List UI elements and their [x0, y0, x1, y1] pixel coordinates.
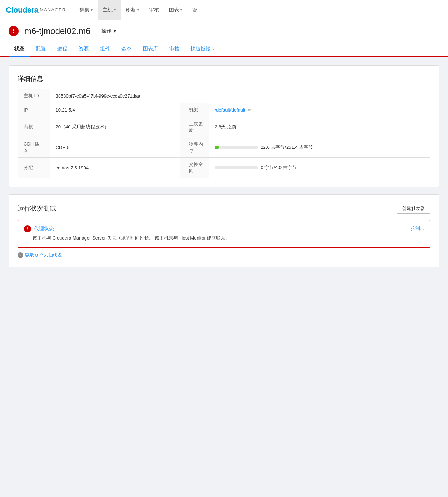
tab-config[interactable]: 配置 [30, 42, 51, 57]
alert-error-icon: ! [24, 225, 31, 232]
nav-item-clusters[interactable]: 群集 ▾ [74, 0, 98, 20]
chevron-down-icon: ▾ [114, 8, 116, 12]
page-title-row: ! m6-tjmodel02.m6 操作 ▾ [9, 26, 439, 41]
page-title: m6-tjmodel02.m6 [24, 26, 90, 36]
nav-item-charts[interactable]: 图表 ▾ [164, 0, 187, 20]
tab-quick-links[interactable]: 快速链接 ▾ [185, 42, 220, 57]
show-more-label: 显示 8 个未知状况 [25, 252, 62, 259]
chevron-down-icon: ▾ [91, 8, 93, 12]
show-more-link[interactable]: ? 显示 8 个未知状况 [18, 252, 430, 259]
value-cores: 20（40 采用超线程技术） [50, 117, 181, 137]
edit-icon[interactable]: ✏ [248, 108, 252, 113]
detail-card: 详细信息 主机 ID 38580bf7-c0a5-47bf-999c-ccca0… [9, 65, 439, 187]
chevron-down-icon: ▾ [212, 47, 214, 51]
nav-item-admin[interactable]: 管 [187, 0, 202, 20]
tab-resources[interactable]: 资源 [73, 42, 94, 57]
tab-components[interactable]: 组件 [94, 42, 116, 57]
swap-progress: 0 字节/4.0 吉字节 [215, 164, 424, 171]
value-last-updated: 2.8天 之前 [209, 117, 430, 137]
logo[interactable]: Cloudera MANAGER [6, 5, 66, 15]
value-ip: 10.21.5.4 [50, 103, 181, 117]
question-icon: ? [18, 252, 23, 258]
nav-item-diagnostics[interactable]: 诊断 ▾ [121, 0, 144, 20]
nav-label-charts: 图表 [169, 7, 179, 13]
error-status-icon: ! [9, 26, 19, 36]
health-alert-description: 该主机与 Cloudera Manager Server 失去联系的时间过长。 … [33, 235, 424, 242]
tab-bar: 状态 配置 进程 资源 组件 命令 图表库 审核 快速链接 ▾ [9, 42, 439, 56]
label-cores: 内核 [18, 117, 50, 137]
swap-value-text: 0 字节/4.0 吉字节 [260, 164, 297, 171]
value-swap: 0 字节/4.0 吉字节 [209, 158, 430, 178]
main-content: 详细信息 主机 ID 38580bf7-c0a5-47bf-999c-ccca0… [0, 57, 448, 283]
label-ip: IP [18, 103, 50, 117]
health-alert-title-row: ! 代理状态 [24, 225, 424, 232]
tab-audit[interactable]: 审核 [164, 42, 185, 57]
nav-label-clusters: 群集 [79, 7, 89, 13]
memory-value-text: 22.6 吉字节/251.4 吉字节 [260, 144, 313, 151]
value-rack: /default/default ✏ [209, 103, 430, 117]
memory-progress-bar [215, 146, 258, 149]
create-trigger-button[interactable]: 创建触发器 [397, 203, 430, 214]
rack-link[interactable]: /default/default [215, 107, 247, 113]
nav-item-hosts[interactable]: 主机 ▾ [98, 0, 121, 20]
nav-label-audit: 审核 [149, 7, 159, 13]
top-navigation: Cloudera MANAGER 群集 ▾ 主机 ▾ 诊断 ▾ 审核 图表 ▾ … [0, 0, 448, 20]
operations-button[interactable]: 操作 ▾ [96, 26, 121, 36]
operations-button-label: 操作 [101, 28, 111, 34]
label-distro: 分配 [18, 158, 50, 178]
chevron-down-icon: ▾ [114, 28, 116, 34]
detail-table: 主机 ID 38580bf7-c0a5-47bf-999c-ccca0c271d… [18, 89, 430, 178]
label-memory: 物理内存 [180, 137, 209, 158]
label-host-id: 主机 ID [18, 89, 50, 103]
tab-charts-library[interactable]: 图表库 [137, 42, 164, 57]
detail-section-title: 详细信息 [18, 74, 430, 83]
label-last-updated: 上次更新 [180, 117, 209, 137]
nav-item-audit[interactable]: 审核 [144, 0, 164, 20]
nav-label-admin: 管 [192, 7, 197, 13]
table-row: 主机 ID 38580bf7-c0a5-47bf-999c-ccca0c271d… [18, 89, 430, 103]
chevron-down-icon: ▾ [180, 8, 182, 12]
health-card: 运行状况测试 创建触发器 ! 代理状态 抑制... 该主机与 Cloudera … [9, 194, 439, 267]
label-swap: 交换空间 [180, 158, 209, 178]
table-row: 分配 centos 7.5.1804 交换空间 0 字节/4.0 吉字节 [18, 158, 430, 178]
memory-progress: 22.6 吉字节/251.4 吉字节 [215, 144, 424, 151]
logo-cloudera-text: Cloudera [6, 5, 38, 15]
value-cdh-version: CDH 5 [50, 137, 181, 158]
page-header: ! m6-tjmodel02.m6 操作 ▾ 状态 配置 进程 资源 组件 命令… [0, 20, 448, 57]
memory-progress-fill [215, 146, 219, 149]
value-host-id: 38580bf7-c0a5-47bf-999c-ccca0c271daa [50, 89, 430, 103]
tab-commands[interactable]: 命令 [116, 42, 137, 57]
table-row: IP 10.21.5.4 机架 /default/default ✏ [18, 103, 430, 117]
table-row: CDH 版本 CDH 5 物理内存 22.6 吉字节/251.4 吉字节 [18, 137, 430, 158]
health-alert-box: ! 代理状态 抑制... 该主机与 Cloudera Manager Serve… [18, 220, 430, 248]
chevron-down-icon: ▾ [137, 8, 139, 12]
tab-process[interactable]: 进程 [51, 42, 73, 57]
nav-label-hosts: 主机 [103, 7, 113, 13]
suppress-link[interactable]: 抑制... [411, 225, 424, 232]
swap-progress-bar [215, 166, 258, 169]
health-alert-name[interactable]: 代理状态 [34, 226, 54, 232]
value-memory: 22.6 吉字节/251.4 吉字节 [209, 137, 430, 158]
label-rack: 机架 [180, 103, 209, 117]
logo-manager-text: MANAGER [40, 7, 66, 13]
health-header: 运行状况测试 创建触发器 [18, 203, 430, 214]
value-distro: centos 7.5.1804 [50, 158, 181, 178]
health-section-title: 运行状况测试 [18, 204, 56, 213]
nav-label-diagnostics: 诊断 [126, 7, 136, 13]
label-cdh-version: CDH 版本 [18, 137, 50, 158]
table-row: 内核 20（40 采用超线程技术） 上次更新 2.8天 之前 [18, 117, 430, 137]
tab-status[interactable]: 状态 [9, 42, 30, 57]
